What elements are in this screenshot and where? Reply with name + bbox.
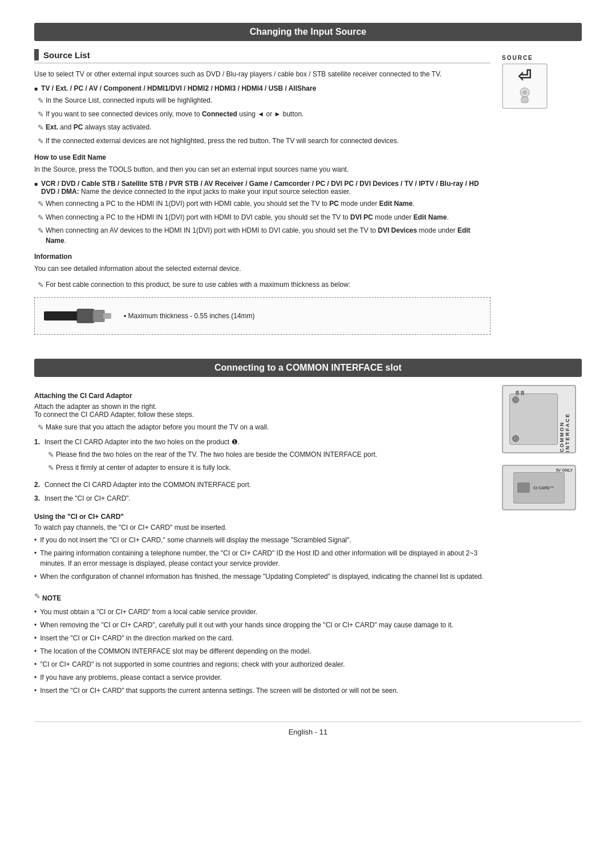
cable-note: ✎ For best cable connection to this prod… — [34, 279, 491, 291]
note-icon-1: ✎ — [38, 95, 44, 107]
svg-point-5 — [522, 90, 527, 95]
ci-card-illustration-bottom: CI CARD™ 5V ONLY — [502, 465, 576, 510]
edit-name-heading: How to use Edit Name — [34, 153, 491, 161]
edit-name-intro: In the Source, press the TOOLS button, a… — [34, 164, 491, 175]
note-section: ✎ NOTE You must obtain a "CI or CI+ CARD… — [34, 589, 491, 696]
input-list-bullet: TV / Ext. / PC / AV / Component / HDMI1/… — [34, 84, 491, 92]
ci-card-bullet-1: If you do not insert the "CI or CI+ CARD… — [34, 535, 491, 545]
ci-chip — [517, 482, 530, 493]
ci-common-interface-label: COMMON INTERFACE — [559, 386, 570, 452]
cable-thickness-text: • Maximum thickness - 0.55 inches (14mm) — [124, 312, 255, 320]
section1: Changing the Input Source Source List Us… — [34, 23, 582, 342]
ci-inner-box — [509, 393, 558, 445]
note-icon-8: ✎ — [38, 279, 44, 291]
ci-card-text: CI CARD™ — [533, 486, 554, 490]
source-label: SOURCE — [502, 55, 582, 61]
ci-card-bullet-3: When the configuration of channel inform… — [34, 571, 491, 582]
ci-card-intro: To watch pay channels, the "CI or CI+ CA… — [34, 524, 491, 532]
svg-rect-2 — [93, 310, 104, 322]
ci-steps-list: 1. Insert the CI CARD Adapter into the t… — [34, 437, 491, 504]
svg-rect-6 — [521, 97, 528, 103]
source-icon: ⏎ — [518, 68, 532, 84]
note-source-2: ✎ If you want to see connected devices o… — [34, 109, 491, 120]
svg-rect-1 — [77, 309, 94, 323]
section2-title: Connecting to a COMMON INTERFACE slot — [214, 363, 402, 372]
ci-adaptor-intro2: To connect the CI CARD Adapter, follow t… — [34, 411, 491, 419]
ci-screw-bl — [512, 435, 519, 442]
source-button-area: SOURCE ⏎ — [502, 49, 582, 342]
ci-pins — [516, 391, 524, 395]
intro-text: Use to select TV or other external input… — [34, 69, 491, 80]
note-bullet-2: When removing the "CI or CI+ CARD", care… — [34, 620, 491, 630]
note-title: NOTE — [42, 594, 61, 602]
note-icon-7: ✎ — [38, 225, 44, 237]
ci-step1-note2: ✎ Press it firmly at center of adapter t… — [44, 462, 377, 474]
ci-card-illustration-top: COMMON INTERFACE — [502, 385, 576, 453]
note-bullet-3: Insert the "CI or CI+ CARD" in the direc… — [34, 633, 491, 643]
note-icon-3: ✎ — [38, 122, 44, 133]
ci-illustrations: COMMON INTERFACE CI CARD™ 5V ONLY — [502, 385, 582, 699]
note-icon-4: ✎ — [38, 136, 44, 147]
section1-title: Changing the Input Source — [250, 27, 366, 36]
ci-card-heading: Using the "CI or CI+ CARD" — [34, 513, 491, 521]
svg-rect-3 — [103, 313, 111, 319]
note-editname-2: ✎ When connecting a PC to the HDMI IN 1(… — [34, 212, 491, 224]
ci-step-1: 1. Insert the CI CARD Adapter into the t… — [34, 437, 491, 476]
note-editname-3: ✎ When connecting an AV devices to the H… — [34, 225, 491, 246]
ci-step1-note1: ✎ Please find the two holes on the rear … — [44, 449, 377, 461]
note-icon-10: ✎ — [48, 449, 54, 461]
ci-step-2: 2. Connect the CI CARD Adapter into the … — [34, 480, 491, 490]
section2-header: Connecting to a COMMON INTERFACE slot — [34, 359, 582, 377]
note-bullets-list: You must obtain a "CI or CI+ CARD" from … — [34, 607, 491, 696]
ci-card-bullet-2: The pairing information containing a tel… — [34, 548, 491, 569]
ci-adaptor-section: Attaching the CI Card Adaptor Attach the… — [34, 385, 582, 699]
note-icon-11: ✎ — [48, 462, 54, 474]
note-bullet-6: If you have any problems, please contact… — [34, 672, 491, 683]
note-bullet-4: The location of the COMMON INTERFACE slo… — [34, 646, 491, 656]
information-heading: Information — [34, 253, 491, 261]
note-editname-1: ✎ When connecting a PC to the HDMI IN 1(… — [34, 198, 491, 210]
note-icon-5: ✎ — [38, 198, 44, 210]
note-icon-6: ✎ — [38, 212, 44, 224]
page-footer: English - 11 — [34, 721, 582, 736]
ci-slot-label: 5V ONLY — [556, 468, 573, 472]
note-source-3: ✎ Ext. and PC always stay activated. — [34, 122, 491, 133]
ci-screw-tl — [512, 396, 519, 403]
subsection1-title: Source List — [34, 49, 491, 63]
section1-header: Changing the Input Source — [34, 23, 582, 41]
svg-rect-0 — [44, 311, 78, 320]
note-icon-2: ✎ — [38, 109, 44, 120]
information-text: You can see detailed information about t… — [34, 263, 491, 274]
note-source-4: ✎ If the connected external devices are … — [34, 136, 491, 147]
footer-text: English - 11 — [289, 728, 328, 736]
vcr-bullet: VCR / DVD / Cable STB / Satellite STB / … — [34, 180, 491, 196]
ci-step-3: 3. Insert the "CI or CI+ CARD". — [34, 493, 491, 504]
ci-make-sure-note: ✎ Make sure that you attach the adaptor … — [34, 422, 491, 433]
note-bullet-7: Insert the "CI or CI+ CARD" that support… — [34, 685, 491, 696]
note-section-icon: ✎ — [34, 592, 40, 601]
note-bullet-5: "CI or CI+ CARD" is not supported in som… — [34, 659, 491, 670]
ci-card-bullets: If you do not insert the "CI or CI+ CARD… — [34, 535, 491, 582]
ci-card-inner: CI CARD™ — [513, 472, 565, 504]
note-bullet-1: You must obtain a "CI or CI+ CARD" from … — [34, 607, 491, 617]
note-icon-9: ✎ — [38, 422, 44, 433]
cable-illustration — [44, 305, 112, 327]
ci-adaptor-intro1: Attach the adapter as shown in the right… — [34, 403, 491, 411]
section2: Connecting to a COMMON INTERFACE slot At… — [34, 359, 582, 699]
source-button-illustration: ⏎ — [502, 63, 548, 109]
cable-box: • Maximum thickness - 0.55 inches (14mm) — [34, 297, 491, 335]
ci-adaptor-heading: Attaching the CI Card Adaptor — [34, 392, 491, 400]
note-source-1: ✎ In the Source List, connected inputs w… — [34, 95, 491, 107]
